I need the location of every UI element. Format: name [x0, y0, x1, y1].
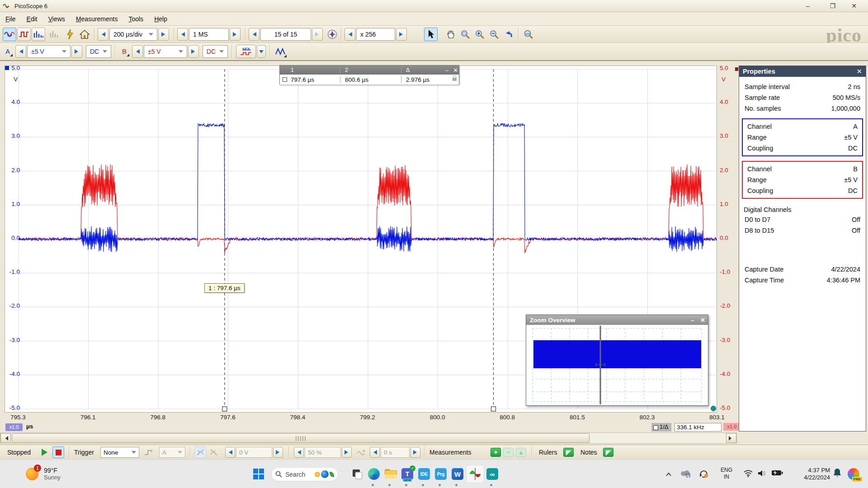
tray-chevron-icon[interactable]: [665, 470, 672, 479]
trigger-mode-select[interactable]: None: [100, 447, 139, 458]
ruler-lock-checkbox[interactable]: [283, 77, 287, 82]
notification-bell-icon[interactable]: [833, 468, 842, 480]
buffer-navigator-button[interactable]: [326, 28, 339, 41]
notes-button[interactable]: ◤: [603, 448, 613, 457]
timebase-select[interactable]: 200 µs/div: [109, 28, 157, 41]
zoom-increase-button[interactable]: [396, 28, 407, 41]
scope-view-button[interactable]: [3, 28, 16, 41]
zoom-in-tool[interactable]: [473, 28, 486, 41]
buffer-prev-button[interactable]: [249, 28, 259, 41]
channel-a-range-next[interactable]: [71, 45, 82, 58]
onedrive-icon[interactable]: [681, 469, 692, 479]
math-channels-button[interactable]: [273, 45, 288, 58]
ruler-legend-close[interactable]: ✕: [453, 67, 458, 74]
ruler-legend-minimize[interactable]: –: [445, 67, 448, 74]
x-scale-badge[interactable]: x1.0: [5, 423, 23, 431]
channel-a-options-button[interactable]: A: [2, 45, 14, 57]
start-button[interactable]: [251, 467, 266, 481]
ruler-legend-header[interactable]: 1 2 Δ – ✕: [280, 66, 459, 75]
y-scale-badge[interactable]: x1.0: [723, 423, 741, 431]
update-restart-icon[interactable]: [699, 469, 709, 480]
weather-widget[interactable]: 1 99°F Sunny: [25, 466, 61, 481]
channel-b-coupling-select[interactable]: DC: [203, 45, 228, 58]
scroll-left-button[interactable]: [0, 433, 11, 443]
zoom-window-tool[interactable]: [458, 28, 472, 41]
taskbar-app-ide[interactable]: IDE: [417, 467, 431, 481]
auto-setup-button[interactable]: [63, 28, 77, 41]
taskbar-app-teams[interactable]: T ✓ NEW: [400, 467, 415, 481]
home-button[interactable]: [78, 28, 91, 41]
channel-a-range-prev[interactable]: [15, 45, 26, 58]
timebase-prev-button[interactable]: [98, 28, 108, 41]
inverse-delta-label[interactable]: 1/Δ: [651, 423, 671, 432]
spectrum-view-button[interactable]: [32, 28, 45, 41]
menu-edit[interactable]: Edit: [21, 14, 43, 24]
stop-button[interactable]: [52, 446, 64, 458]
digital-channels-dropdown[interactable]: [257, 45, 266, 58]
wifi-icon[interactable]: [743, 469, 753, 479]
zoom-100-button[interactable]: 100: [522, 28, 535, 41]
channel-a-axis-handle[interactable]: [5, 66, 9, 70]
channel-b-range-select[interactable]: ±5 V: [144, 45, 187, 58]
ruler-legend-window[interactable]: 1 2 Δ – ✕ 797.6 µs 800.6 µs 2.976 µs: [279, 65, 459, 84]
run-button[interactable]: [39, 446, 51, 458]
hand-tool[interactable]: [444, 28, 458, 41]
minimize-button[interactable]: –: [797, 0, 818, 12]
taskbar-app-word[interactable]: W: [450, 467, 465, 481]
trigger-level-down[interactable]: [225, 447, 235, 458]
battery-icon[interactable]: [771, 469, 783, 478]
close-button[interactable]: ✕: [844, 0, 864, 12]
delay-down[interactable]: [370, 447, 380, 458]
zoom-overview-minimize[interactable]: –: [691, 317, 694, 324]
rulers-button[interactable]: ◤: [563, 448, 574, 457]
menu-help[interactable]: Help: [149, 14, 173, 24]
volume-icon[interactable]: [758, 469, 767, 479]
menu-views[interactable]: Views: [43, 14, 71, 24]
copilot-button[interactable]: PRE: [846, 467, 861, 481]
scroll-right-button[interactable]: [726, 433, 736, 443]
timebase-next-button[interactable]: [158, 28, 169, 41]
samples-decrease-button[interactable]: [177, 28, 188, 41]
task-view-button[interactable]: [350, 467, 364, 481]
zoom-out-tool[interactable]: [487, 28, 501, 41]
delay-up[interactable]: [410, 447, 420, 458]
maximize-button[interactable]: ❐: [822, 0, 843, 12]
channel-b-options-button[interactable]: B: [118, 45, 130, 57]
buffer-next-button[interactable]: [312, 28, 323, 41]
language-indicator[interactable]: ENG IN: [721, 467, 732, 480]
properties-close-button[interactable]: ✕: [857, 68, 862, 75]
menu-tools[interactable]: Tools: [123, 14, 149, 24]
properties-header[interactable]: Properties ✕: [739, 66, 866, 77]
menu-file[interactable]: File: [0, 14, 21, 24]
pretrigger-up[interactable]: [342, 447, 352, 458]
taskbar-app-arduino[interactable]: ∞: [485, 467, 500, 481]
samples-field[interactable]: 1 MS: [189, 28, 229, 41]
add-measurement-button[interactable]: +: [491, 448, 501, 457]
channel-b-range-next[interactable]: [188, 45, 199, 58]
pretrigger-down[interactable]: [294, 447, 304, 458]
taskbar-search[interactable]: Search: [271, 467, 338, 481]
digital-channels-button[interactable]: X̶F̶X̶: [236, 45, 256, 58]
taskbar-app-edge[interactable]: [367, 467, 381, 481]
channel-b-range-prev[interactable]: [132, 45, 143, 58]
channel-a-range-select[interactable]: ±5 V: [27, 45, 71, 58]
taskbar-app-picoscope-active[interactable]: [466, 465, 484, 483]
channel-b-axis-handle[interactable]: [711, 406, 716, 411]
zoom-overview-canvas[interactable]: [526, 325, 708, 405]
trigger-level-up[interactable]: [273, 447, 283, 458]
tray-clock[interactable]: 4:37 PM 4/22/2024: [792, 467, 830, 481]
zoom-overview-close[interactable]: ✕: [700, 317, 705, 324]
zoom-overview-window[interactable]: Zoom Overview – ✕: [526, 314, 708, 406]
menu-measurements[interactable]: Measurements: [71, 14, 123, 24]
zoom-factor-field[interactable]: x 256: [356, 28, 395, 41]
taskbar-app-prg[interactable]: Prg: [434, 467, 448, 481]
persistence-view-button[interactable]: [17, 28, 31, 41]
horizontal-scrollbar[interactable]: [0, 432, 737, 444]
scrollbar-thumb[interactable]: [12, 433, 590, 443]
undo-zoom-button[interactable]: [502, 28, 515, 41]
samples-increase-button[interactable]: [230, 28, 241, 41]
zoom-decrease-button[interactable]: [344, 28, 355, 41]
taskbar-app-file-explorer[interactable]: [383, 467, 398, 481]
normal-selection-tool[interactable]: [424, 28, 438, 41]
channel-a-coupling-select[interactable]: DC: [86, 45, 111, 58]
